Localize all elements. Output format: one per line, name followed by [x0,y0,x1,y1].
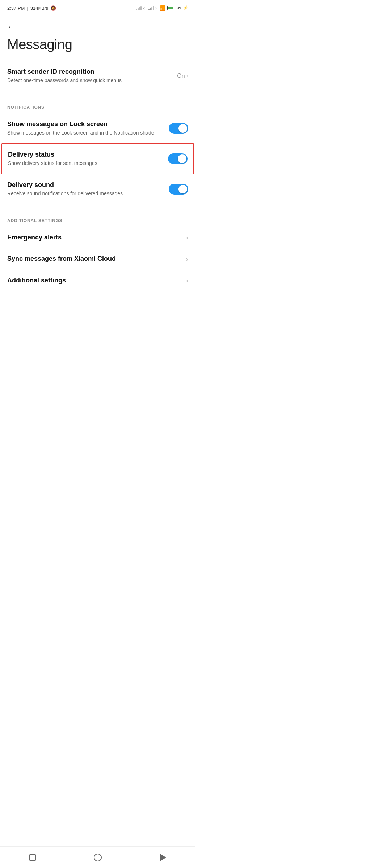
signal-icon-1: ✕ [136,5,145,10]
delivery-sound-title: Delivery sound [7,181,163,189]
additional-section-header: ADDITIONAL SETTINGS [0,210,196,227]
additional-settings-title: Additional settings [7,276,180,285]
sync-xiaomi-chevron: › [186,255,188,263]
delivery-sound-desc: Receive sound notifications for delivere… [7,190,163,197]
emergency-alerts-item[interactable]: Emergency alerts › [0,227,196,248]
emergency-alerts-chevron: › [186,233,188,242]
lock-screen-text: Show messages on Lock screen Show messag… [7,120,169,137]
delivery-status-text: Delivery status Show delivery status for… [8,150,168,167]
wifi-icon: 📶 [159,5,165,11]
delivery-status-item[interactable]: Delivery status Show delivery status for… [1,143,194,174]
delivery-status-desc: Show delivery status for sent messages [8,160,162,167]
lock-screen-desc: Show messages on the Lock screen and in … [7,129,163,137]
notifications-section-header: NOTIFICATIONS [0,97,196,114]
status-left: 2:37 PM | 314KB/s 🔕 [7,5,56,11]
status-bar: 2:37 PM | 314KB/s 🔕 ✕ ✕ 📶 39 [0,0,196,14]
emergency-alerts-title: Emergency alerts [7,233,180,242]
divider-2 [7,207,188,207]
status-right: ✕ ✕ 📶 39 ⚡ [136,5,188,11]
smart-sender-chevron: › [186,73,188,79]
back-button[interactable]: ← [0,14,196,35]
time-text: 2:37 PM [7,5,25,11]
smart-sender-value: On › [177,73,188,79]
smart-sender-on-label: On [177,73,185,79]
smart-sender-title: Smart sender ID recognition [7,68,171,76]
back-arrow-icon: ← [7,22,15,32]
separator: | [27,5,28,11]
smart-sender-text: Smart sender ID recognition Detect one-t… [7,68,177,84]
additional-settings-item[interactable]: Additional settings › [0,270,196,291]
additional-settings-chevron: › [186,276,188,285]
smart-sender-desc: Detect one-time passwords and show quick… [7,77,171,84]
speed-text: 314KB/s [30,5,48,11]
delivery-sound-text: Delivery sound Receive sound notificatio… [7,181,169,197]
charging-icon: ⚡ [183,5,188,10]
signal-icon-2: ✕ [148,5,157,10]
lock-screen-title: Show messages on Lock screen [7,120,163,128]
lock-screen-toggle[interactable] [169,123,188,134]
divider-1 [7,94,188,94]
additional-settings-text: Additional settings [7,276,186,285]
emergency-alerts-text: Emergency alerts [7,233,186,242]
sync-xiaomi-item[interactable]: Sync messages from Xiaomi Cloud › [0,248,196,269]
lock-screen-item[interactable]: Show messages on Lock screen Show messag… [0,114,196,143]
battery-indicator: 39 [167,6,181,10]
delivery-sound-toggle[interactable] [169,184,188,195]
page-title: Messaging [0,35,196,61]
delivery-status-toggle[interactable] [168,153,188,164]
delivery-sound-item[interactable]: Delivery sound Receive sound notificatio… [0,174,196,204]
sync-xiaomi-title: Sync messages from Xiaomi Cloud [7,255,180,263]
smart-sender-item[interactable]: Smart sender ID recognition Detect one-t… [0,61,196,91]
sync-xiaomi-text: Sync messages from Xiaomi Cloud [7,255,186,263]
battery-text: 39 [177,6,181,10]
mute-icon: 🔕 [50,5,56,11]
delivery-status-title: Delivery status [8,150,162,159]
